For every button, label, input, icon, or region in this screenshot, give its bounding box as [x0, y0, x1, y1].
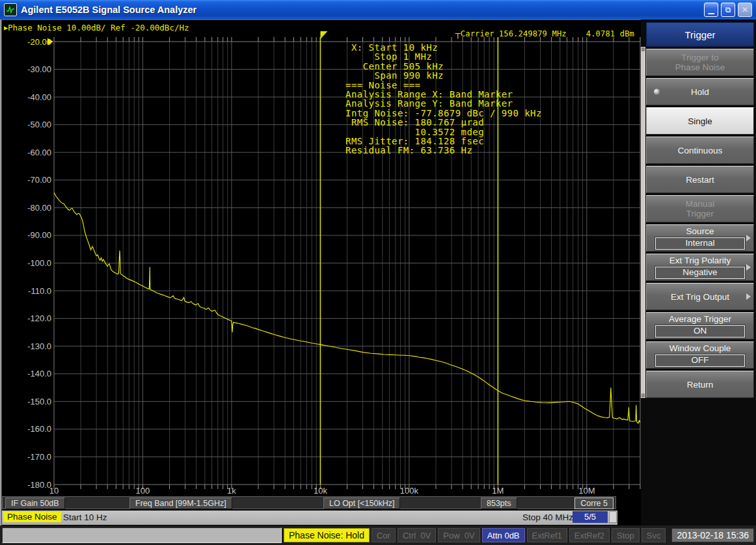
- phase-noise-plot-svg: -20.00-30.00-40.00-50.00-60.00-70.00-80.…: [2, 20, 641, 496]
- carrier-marker-icon: ┬: [455, 29, 461, 38]
- softkey-source[interactable]: SourceInternal: [646, 224, 754, 252]
- y-axis-tick-label: -90.00: [27, 230, 51, 240]
- restore-button[interactable]: ⧉: [721, 3, 735, 17]
- y-axis-tick-label: -70.00: [27, 175, 51, 185]
- close-button: ✕: [738, 3, 752, 17]
- x-axis-tick-label: 1k: [227, 486, 236, 496]
- y-axis-tick-label: -100.0: [27, 258, 51, 268]
- softkey-continuous[interactable]: Continuous: [646, 137, 754, 164]
- softkey-source-value: Internal: [655, 237, 745, 250]
- page-indicator: 5/5: [573, 511, 608, 523]
- measurement-nav-bar: Phase Noise Start 10 Hz Stop 40 MHz 5/5: [2, 511, 617, 525]
- status-pow-0v: Pow 0V: [438, 528, 479, 542]
- phase-noise-plot-window: -20.00-30.00-40.00-50.00-60.00-70.00-80.…: [1, 20, 641, 525]
- status-extref1: ExtRef1: [527, 528, 567, 542]
- scroll-down-icon[interactable]: [641, 393, 645, 397]
- status-phase-noise-hold: Phase Noise: Hold: [284, 528, 370, 542]
- softkey-restart[interactable]: Restart: [646, 166, 754, 193]
- softkey-label: Manual: [686, 199, 714, 209]
- y-axis-tick-label: -180.0: [27, 480, 51, 490]
- status-stop: Stop: [612, 528, 640, 542]
- softkey-label: Hold: [691, 87, 709, 97]
- softkey-label: Continuous: [678, 146, 722, 155]
- x-axis-tick-label: 100: [136, 486, 150, 496]
- app-icon: [4, 3, 17, 16]
- trace-header[interactable]: ▶Phase Noise 10.00dB/ Ref -20.00dBc/Hz: [4, 23, 189, 33]
- softkey-label: Ext Trig Output: [671, 292, 729, 302]
- softkey-label-line2: Phase Noise: [675, 62, 725, 72]
- softkey-hold[interactable]: Hold: [646, 78, 754, 105]
- y-axis-tick-label: -60.00: [27, 148, 51, 157]
- sweep-stop-label: Stop 40 MHz: [522, 512, 573, 522]
- softkey-trigger-to-phase-noise: Trigger toPhase Noise: [646, 49, 754, 76]
- scroll-up-icon[interactable]: [641, 47, 645, 51]
- y-axis-tick-label: -150.0: [27, 397, 51, 406]
- status-extref2: ExtRef2: [569, 528, 610, 542]
- y-axis-tick-label: -80.00: [27, 203, 51, 213]
- softkey-single[interactable]: Single: [646, 107, 754, 135]
- softkey-scrollbar[interactable]: [641, 47, 645, 398]
- x-axis-tick-label: 100k: [400, 486, 419, 496]
- carrier-readout: ┬Carrier156.249879 MHz4.0781 dBm: [455, 29, 634, 38]
- softkey-label: Restart: [686, 175, 714, 185]
- status-attn-0db: Attn 0dB: [482, 528, 525, 542]
- instrument-status-bar: Phase Noise: HoldCorCtrl 0VPow 0VAttn 0d…: [0, 525, 756, 545]
- softkey-ext-trig-polarity-value: Negative: [655, 267, 745, 279]
- softkey-label: Single: [688, 116, 712, 126]
- softkey-label-line2: Trigger: [686, 209, 714, 219]
- softkey-manual-trigger: ManualTrigger: [646, 195, 754, 222]
- x-axis-tick-label: 10M: [578, 486, 595, 496]
- submenu-arrow-icon: [746, 293, 751, 300]
- trace-header-label: Phase Noise 10.00dB/ Ref -20.00dBc/Hz: [8, 23, 189, 33]
- sweep-start-label: Start 10 Hz: [63, 512, 107, 522]
- softkey-label: Window Couple: [669, 343, 731, 353]
- softkey-menu: Trigger Trigger toPhase NoiseHoldSingleC…: [646, 22, 754, 398]
- carrier-frequency: 156.249879 MHz: [499, 29, 567, 38]
- band-marker-flag-icon[interactable]: [320, 31, 327, 39]
- y-axis-tick-label: -170.0: [27, 452, 51, 462]
- softkey-label: Average Trigger: [669, 314, 731, 324]
- window-title: Agilent E5052B Signal Source Analyzer: [21, 5, 704, 15]
- y-axis-tick-label: -130.0: [27, 341, 51, 351]
- softkey-label: Return: [687, 380, 714, 390]
- submenu-arrow-icon: [746, 235, 751, 241]
- points-indicator: 853pts: [481, 498, 517, 509]
- noise-analysis-readout: X: Start 10 kHz Stop 1 MHz Center 505 kH…: [345, 43, 542, 155]
- status-svc: Svc: [641, 528, 666, 542]
- softkey-label: Source: [686, 226, 714, 236]
- x-axis-tick-label: 1M: [492, 486, 504, 496]
- status-cor: Cor: [371, 528, 396, 542]
- softkey-average-trigger-value: ON: [655, 325, 745, 338]
- x-axis-tick-label: 10: [49, 486, 59, 496]
- softkey-window-couple[interactable]: Window CoupleOFF: [646, 341, 754, 369]
- softkey-label: Ext Trig Polarity: [669, 256, 731, 265]
- x-axis-tick-label: 10k: [314, 486, 327, 496]
- y-axis-tick-label: -110.0: [28, 286, 51, 296]
- selected-bullet-icon: [654, 89, 660, 95]
- y-axis-tick-label: -30.00: [27, 64, 51, 74]
- message-box: [2, 527, 282, 543]
- page-spinner[interactable]: [609, 511, 617, 523]
- minimize-button[interactable]: ▁: [704, 3, 718, 17]
- freq-band-indicator: Freq Band [99M-1.5GHz]: [129, 498, 232, 509]
- status-2013-02-18-15-36: 2013-02-18 15:36: [671, 528, 754, 542]
- softkey-return[interactable]: Return: [646, 371, 754, 398]
- e5052b-application-window: Agilent E5052B Signal Source Analyzer ▁ …: [0, 0, 756, 545]
- measurement-mode-tab[interactable]: Phase Noise: [3, 512, 61, 522]
- y-axis-tick-label: -50.00: [27, 120, 51, 129]
- measurement-settings-bar: IF Gain 50dB Freq Band [99M-1.5GHz] LO O…: [2, 496, 616, 509]
- y-axis-tick-label: -160.0: [27, 424, 51, 434]
- carrier-label: Carrier: [461, 29, 494, 38]
- y-axis-tick-label: -120.0: [27, 313, 51, 323]
- title-bar: Agilent E5052B Signal Source Analyzer ▁ …: [0, 0, 756, 20]
- softkey-ext-trig-output[interactable]: Ext Trig Output: [646, 283, 754, 310]
- y-axis-tick-label: -40.00: [27, 92, 51, 102]
- softkey-average-trigger[interactable]: Average TriggerON: [646, 312, 754, 339]
- softkey-ext-trig-polarity[interactable]: Ext Trig PolarityNegative: [646, 254, 754, 281]
- softkey-label: Trigger to: [681, 53, 718, 62]
- softkey-sidebar: Trigger Trigger toPhase NoiseHoldSingleC…: [641, 20, 756, 525]
- lo-opt-indicator: LO Opt [<150kHz]: [323, 498, 400, 509]
- correction-indicator: Corre 5: [574, 498, 614, 509]
- y-axis-tick-label: -140.0: [27, 369, 51, 379]
- status-ctrl-0v: Ctrl 0V: [398, 528, 436, 542]
